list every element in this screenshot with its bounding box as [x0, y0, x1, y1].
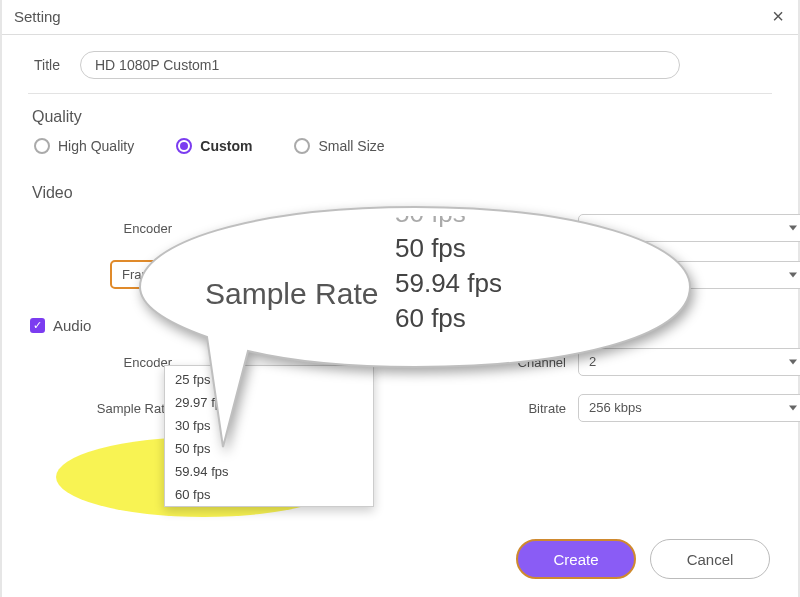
callout-option: 50 fps — [395, 216, 655, 231]
audio-heading: Audio — [53, 317, 91, 334]
radio-high-quality[interactable]: High Quality — [34, 138, 134, 154]
radio-icon — [294, 138, 310, 154]
close-icon[interactable]: × — [768, 6, 788, 26]
callout-label: Sample Rate — [175, 277, 385, 311]
title-label: Title — [34, 57, 80, 73]
quality-heading: Quality — [32, 108, 772, 126]
radio-label: Small Size — [318, 138, 384, 154]
video-heading: Video — [32, 184, 772, 202]
cancel-label: Cancel — [687, 551, 734, 568]
radio-label: High Quality — [58, 138, 134, 154]
radio-small-size[interactable]: Small Size — [294, 138, 384, 154]
callout-list: 50 fps 50 fps 59.94 fps 60 fps — [385, 216, 655, 366]
cancel-button[interactable]: Cancel — [650, 539, 770, 579]
radio-icon — [176, 138, 192, 154]
dialog-buttons: Create Cancel — [516, 539, 770, 579]
create-label: Create — [553, 551, 598, 568]
radio-label: Custom — [200, 138, 252, 154]
callout-bubble: Sample Rate 50 fps 50 fps 59.94 fps 60 f… — [135, 202, 695, 372]
quality-radio-group: High Quality Custom Small Size — [34, 138, 772, 154]
window-title: Setting — [14, 8, 61, 25]
create-button[interactable]: Create — [516, 539, 636, 579]
titlebar: Setting × — [0, 0, 800, 35]
callout-option: 50 fps — [395, 231, 655, 266]
radio-custom[interactable]: Custom — [176, 138, 252, 154]
title-row: Title — [28, 35, 772, 93]
callout-option: 59.94 fps — [395, 266, 655, 301]
frame-rate-option[interactable]: 60 fps — [165, 483, 373, 506]
title-input[interactable] — [80, 51, 680, 79]
callout-option: 60 fps — [395, 301, 655, 336]
radio-icon — [34, 138, 50, 154]
audio-checkbox[interactable]: ✓ — [30, 318, 45, 333]
frame-rate-option[interactable]: 59.94 fps — [165, 460, 373, 483]
